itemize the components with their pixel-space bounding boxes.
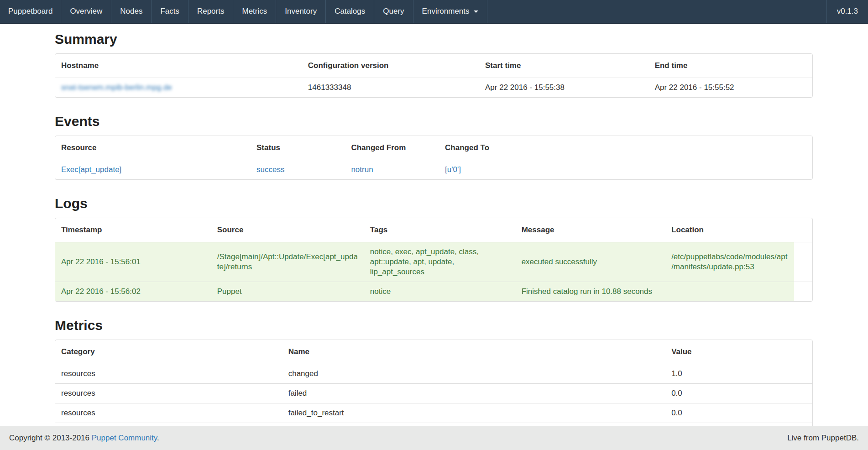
logs-header-timestamp: Timestamp xyxy=(55,218,211,242)
metrics-section: Metrics Category Name Value resources ch… xyxy=(55,318,813,443)
summary-header-hostname: Hostname xyxy=(55,54,302,78)
nav-dropdown-environments[interactable]: Environments xyxy=(413,0,487,23)
chevron-down-icon xyxy=(474,10,478,13)
summary-header-start-time: Start time xyxy=(479,54,649,78)
start-time-cell: Apr 22 2016 - 15:55:38 xyxy=(479,78,649,98)
log-message-cell: Finished catalog run in 10.88 seconds xyxy=(516,282,665,302)
log-message-cell: executed successfully xyxy=(516,242,665,282)
events-header-status: Status xyxy=(251,136,345,160)
logs-header-location: Location xyxy=(665,218,794,242)
metrics-header-category: Category xyxy=(55,340,282,364)
page-footer: Copyright © 2013-2016 Puppet Community. … xyxy=(0,426,868,450)
nav-item-inventory[interactable]: Inventory xyxy=(276,0,326,23)
top-navbar: Puppetboard Overview Nodes Facts Reports… xyxy=(0,0,868,24)
end-time-cell: Apr 22 2016 - 15:55:52 xyxy=(649,78,812,98)
log-row: Apr 22 2016 - 15:56:02 Puppet notice Fin… xyxy=(55,282,812,302)
events-table: Resource Status Changed From Changed To … xyxy=(55,136,812,179)
metrics-header-value: Value xyxy=(665,340,812,364)
log-tags-cell: notice xyxy=(364,282,516,302)
log-source-cell: /Stage[main]/Apt::Update/Exec[apt_update… xyxy=(211,242,364,282)
metric-category-cell: resources xyxy=(55,384,282,403)
summary-panel: Hostname Configuration version Start tim… xyxy=(55,53,813,98)
event-changed-to-link[interactable]: [u'0'] xyxy=(445,165,461,174)
metric-value-cell: 0.0 xyxy=(665,384,812,403)
summary-heading: Summary xyxy=(55,32,813,47)
nav-item-overview[interactable]: Overview xyxy=(61,0,111,23)
spacer-cell xyxy=(794,282,812,302)
copyright-suffix: . xyxy=(157,434,159,442)
live-from-puppetdb-text: Live from PuppetDB. xyxy=(787,434,859,443)
metrics-heading: Metrics xyxy=(55,318,813,333)
event-resource-cell: Exec[apt_update] xyxy=(55,160,251,180)
events-section: Events Resource Status Changed From Chan… xyxy=(55,114,813,180)
brand-puppetboard[interactable]: Puppetboard xyxy=(0,0,61,23)
event-changed-from-cell: notrun xyxy=(345,160,439,180)
spacer-cell xyxy=(794,242,812,282)
metric-value-cell: 0.0 xyxy=(665,403,812,423)
log-location-cell xyxy=(665,282,794,302)
log-source-cell: Puppet xyxy=(211,282,364,302)
summary-table: Hostname Configuration version Start tim… xyxy=(55,54,812,97)
main-content: Summary Hostname Configuration version S… xyxy=(55,32,813,443)
logs-table: Timestamp Source Tags Message Location A… xyxy=(55,218,812,301)
metric-row: resources changed 1.0 xyxy=(55,364,812,384)
summary-section: Summary Hostname Configuration version S… xyxy=(55,32,813,98)
nav-item-nodes[interactable]: Nodes xyxy=(111,0,152,23)
log-timestamp-cell: Apr 22 2016 - 15:56:01 xyxy=(55,242,211,282)
metric-value-cell: 1.0 xyxy=(665,364,812,384)
event-changed-from-link[interactable]: notrun xyxy=(351,165,373,174)
log-timestamp-cell: Apr 22 2016 - 15:56:02 xyxy=(55,282,211,302)
metric-row: resources failed_to_restart 0.0 xyxy=(55,403,812,423)
events-panel: Resource Status Changed From Changed To … xyxy=(55,136,813,180)
metric-name-cell: failed_to_restart xyxy=(282,403,665,423)
logs-header-message: Message xyxy=(516,218,665,242)
environments-label: Environments xyxy=(422,0,470,23)
logs-header-tags: Tags xyxy=(364,218,516,242)
logs-header-spacer xyxy=(794,218,812,242)
log-tags-cell: notice, exec, apt_update, class, apt::up… xyxy=(364,242,516,282)
copyright-text: Copyright © 2013-2016 Puppet Community. xyxy=(9,434,159,443)
log-location-cell: /etc/puppetlabs/code/modules/apt/manifes… xyxy=(665,242,794,282)
event-changed-to-cell: [u'0'] xyxy=(439,160,812,180)
metric-category-cell: resources xyxy=(55,403,282,423)
hostname-cell: snat-tserwm.mpib-berlin.mpg.de xyxy=(55,78,302,98)
metrics-header-name: Name xyxy=(282,340,665,364)
summary-row: snat-tserwm.mpib-berlin.mpg.de 146133334… xyxy=(55,78,812,98)
hostname-link[interactable]: snat-tserwm.mpib-berlin.mpg.de xyxy=(61,83,172,92)
nav-item-metrics[interactable]: Metrics xyxy=(233,0,276,23)
config-version-cell: 1461333348 xyxy=(302,78,479,98)
nav-item-reports[interactable]: Reports xyxy=(188,0,234,23)
events-header-changed-from: Changed From xyxy=(345,136,439,160)
logs-panel: Timestamp Source Tags Message Location A… xyxy=(55,218,813,302)
events-header-changed-to: Changed To xyxy=(439,136,812,160)
event-resource-link[interactable]: Exec[apt_update] xyxy=(61,165,121,174)
event-status-cell: success xyxy=(251,160,345,180)
events-header-resource: Resource xyxy=(55,136,251,160)
event-status-link[interactable]: success xyxy=(256,165,284,174)
summary-header-config-version: Configuration version xyxy=(302,54,479,78)
log-row: Apr 22 2016 - 15:56:01 /Stage[main]/Apt:… xyxy=(55,242,812,282)
logs-header-source: Source xyxy=(211,218,364,242)
metric-name-cell: changed xyxy=(282,364,665,384)
version-badge: v0.1.3 xyxy=(826,0,868,23)
event-row: Exec[apt_update] success notrun [u'0'] xyxy=(55,160,812,180)
nav-item-query[interactable]: Query xyxy=(374,0,413,23)
nav-item-facts[interactable]: Facts xyxy=(152,0,188,23)
nav-item-catalogs[interactable]: Catalogs xyxy=(326,0,374,23)
events-heading: Events xyxy=(55,114,813,129)
puppet-community-link[interactable]: Puppet Community xyxy=(92,434,157,442)
logs-section: Logs Timestamp Source Tags Message Locat… xyxy=(55,196,813,302)
logs-heading: Logs xyxy=(55,196,813,211)
navbar-left-group: Puppetboard Overview Nodes Facts Reports… xyxy=(0,0,487,23)
navbar-spacer xyxy=(487,0,826,23)
metric-row: resources failed 0.0 xyxy=(55,384,812,403)
metric-category-cell: resources xyxy=(55,364,282,384)
copyright-prefix: Copyright © 2013-2016 xyxy=(9,434,92,442)
metric-name-cell: failed xyxy=(282,384,665,403)
summary-header-end-time: End time xyxy=(649,54,812,78)
